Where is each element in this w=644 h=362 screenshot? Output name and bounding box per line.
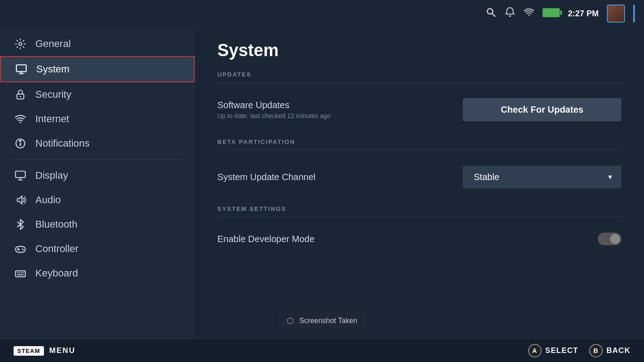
svg-point-15 bbox=[23, 249, 24, 251]
svg-point-6 bbox=[19, 96, 21, 97]
sidebar-item-security[interactable]: Security bbox=[0, 82, 195, 107]
section-divider-beta bbox=[217, 150, 621, 150]
setting-row-update-channel: System Update Channel Stable Beta Previe… bbox=[217, 157, 621, 196]
gear-icon bbox=[14, 38, 27, 50]
clock: 2:27 PM bbox=[568, 9, 599, 19]
select-action-label: SELECT bbox=[545, 346, 578, 355]
main-layout: General System Security bbox=[0, 27, 644, 339]
bluetooth-icon bbox=[14, 219, 27, 230]
sidebar-label-notifications: Notifications bbox=[35, 138, 90, 149]
notifications-icon bbox=[14, 138, 27, 149]
sidebar-label-audio: Audio bbox=[35, 194, 61, 206]
sidebar-label-display: Display bbox=[35, 170, 68, 181]
page-title: System bbox=[217, 41, 621, 60]
screenshot-label: Screenshot Taken bbox=[299, 317, 357, 325]
screenshot-icon: ⬡ bbox=[287, 316, 294, 326]
sidebar-item-notifications[interactable]: Notifications bbox=[0, 131, 195, 156]
setting-sublabel-software-updates: Up to date: last checked 12 minutes ago bbox=[217, 112, 331, 119]
sidebar-item-display[interactable]: Display bbox=[0, 163, 195, 188]
menu-label[interactable]: MENU bbox=[49, 346, 76, 355]
section-label-beta: BETA PARTICIPATION bbox=[217, 138, 621, 145]
svg-rect-4 bbox=[16, 65, 26, 71]
sidebar-label-internet: Internet bbox=[35, 113, 69, 125]
svg-point-14 bbox=[22, 248, 23, 250]
content-area: System UPDATES Software Updates Up to da… bbox=[195, 27, 644, 339]
svg-point-2 bbox=[528, 15, 529, 16]
sidebar-item-general[interactable]: General bbox=[0, 32, 195, 56]
section-label-system-settings: SYSTEM SETTINGS bbox=[217, 205, 621, 212]
svg-point-9 bbox=[19, 140, 21, 142]
sidebar-item-system[interactable]: System bbox=[0, 56, 195, 82]
accent-bar bbox=[633, 5, 635, 23]
a-button-label: A bbox=[532, 347, 537, 354]
sidebar-item-bluetooth[interactable]: Bluetooth bbox=[0, 212, 195, 237]
cast-icon[interactable] bbox=[524, 7, 534, 20]
steam-menu: STEAM MENU bbox=[14, 346, 76, 356]
battery-indicator bbox=[543, 8, 560, 19]
sidebar-label-bluetooth: Bluetooth bbox=[35, 219, 77, 230]
svg-rect-10 bbox=[19, 143, 21, 146]
monitor-icon bbox=[14, 63, 28, 75]
select-action[interactable]: A SELECT bbox=[528, 344, 578, 357]
lock-icon bbox=[14, 89, 27, 100]
sidebar-item-controller[interactable]: Controller bbox=[0, 237, 195, 261]
svg-point-7 bbox=[19, 122, 21, 123]
section-divider-system-settings bbox=[217, 217, 621, 217]
section-system-settings: SYSTEM SETTINGS Enable Developer Mode bbox=[217, 205, 621, 253]
check-updates-button[interactable]: Check For Updates bbox=[463, 98, 621, 121]
sidebar-item-audio[interactable]: Audio bbox=[0, 188, 195, 212]
section-divider-updates bbox=[217, 82, 621, 83]
setting-row-software-updates: Software Updates Up to date: last checke… bbox=[217, 90, 621, 129]
b-button-label: B bbox=[593, 347, 598, 354]
setting-label-software-updates: Software Updates bbox=[217, 100, 331, 110]
audio-icon bbox=[14, 194, 27, 206]
screenshot-notification: ⬡ Screenshot Taken bbox=[278, 311, 366, 330]
search-icon[interactable] bbox=[485, 7, 496, 20]
bottom-bar: STEAM MENU A SELECT B BACK bbox=[0, 339, 644, 362]
setting-row-developer-mode: Enable Developer Mode bbox=[217, 224, 621, 253]
svg-rect-16 bbox=[15, 271, 25, 277]
back-action[interactable]: B BACK bbox=[589, 344, 630, 357]
steam-badge[interactable]: STEAM bbox=[14, 346, 44, 356]
channel-select[interactable]: Stable Beta Preview bbox=[463, 166, 621, 188]
svg-marker-12 bbox=[18, 196, 22, 204]
sidebar-label-security: Security bbox=[35, 89, 71, 100]
svg-point-3 bbox=[19, 43, 22, 46]
sidebar: General System Security bbox=[0, 27, 195, 339]
sidebar-item-keyboard[interactable]: Keyboard bbox=[0, 261, 195, 286]
setting-label-developer-mode: Enable Developer Mode bbox=[217, 234, 315, 244]
notification-icon[interactable] bbox=[505, 7, 515, 20]
sidebar-label-system: System bbox=[36, 63, 69, 75]
bottom-actions: A SELECT B BACK bbox=[528, 344, 630, 357]
wifi-icon bbox=[14, 113, 27, 125]
svg-rect-11 bbox=[15, 171, 25, 177]
section-updates: UPDATES Software Updates Up to date: las… bbox=[217, 71, 621, 129]
sidebar-item-internet[interactable]: Internet bbox=[0, 107, 195, 131]
section-label-updates: UPDATES bbox=[217, 71, 621, 78]
developer-mode-toggle[interactable] bbox=[598, 233, 621, 245]
sidebar-label-controller: Controller bbox=[35, 243, 78, 255]
sidebar-divider bbox=[14, 159, 181, 160]
controller-icon bbox=[14, 243, 27, 255]
setting-label-update-channel: System Update Channel bbox=[217, 172, 316, 182]
a-button[interactable]: A bbox=[528, 344, 542, 357]
channel-select-wrapper[interactable]: Stable Beta Preview bbox=[463, 166, 621, 188]
svg-line-1 bbox=[492, 14, 495, 17]
b-button[interactable]: B bbox=[589, 344, 603, 357]
section-beta: BETA PARTICIPATION System Update Channel… bbox=[217, 138, 621, 196]
keyboard-icon bbox=[14, 267, 27, 279]
top-bar: 2:27 PM bbox=[0, 0, 644, 27]
sidebar-label-keyboard: Keyboard bbox=[35, 267, 78, 279]
setting-info-software-updates: Software Updates Up to date: last checke… bbox=[217, 100, 331, 119]
display-icon bbox=[14, 170, 27, 181]
back-action-label: BACK bbox=[606, 346, 630, 355]
avatar[interactable] bbox=[607, 5, 625, 23]
sidebar-label-general: General bbox=[35, 38, 71, 50]
